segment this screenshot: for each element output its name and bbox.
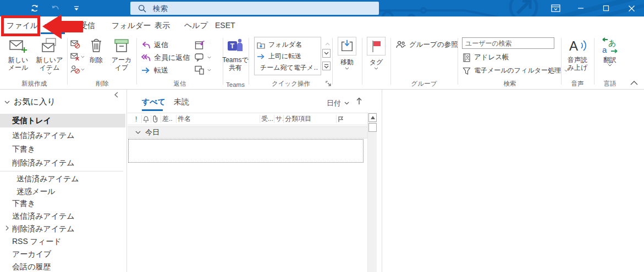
reply-all-icon bbox=[141, 53, 151, 63]
quick-steps-scroll-down[interactable] bbox=[322, 49, 331, 58]
forward-button[interactable]: 転送 bbox=[141, 65, 168, 75]
sidebar-item-deleted[interactable]: 削除済みアイテム bbox=[0, 156, 125, 170]
quick-access-toolbar bbox=[29, 0, 82, 16]
group-label-teams: Teams bbox=[224, 81, 247, 88]
sort-ascending-icon[interactable] bbox=[355, 97, 363, 106]
favorites-header[interactable]: お気に入り bbox=[4, 97, 56, 107]
ignore-button[interactable] bbox=[70, 38, 85, 49]
email-filter-button[interactable]: 電子メールのフィルター処理 bbox=[463, 66, 568, 75]
empty-selection-focus-rect[interactable] bbox=[128, 139, 364, 163]
minimize-button[interactable] bbox=[568, 0, 593, 16]
quick-steps-more[interactable] bbox=[322, 62, 331, 70]
search-box[interactable] bbox=[130, 2, 379, 15]
new-items-button[interactable]: 新しいアイテム bbox=[34, 37, 65, 75]
delete-button[interactable]: 削除 bbox=[85, 37, 108, 64]
search-people-input[interactable] bbox=[462, 37, 554, 49]
archive-button[interactable]: アーカイブ bbox=[109, 37, 134, 72]
group-label-groups: グループ bbox=[392, 80, 456, 88]
chevron-down-icon bbox=[374, 67, 378, 70]
sort-by-date-button[interactable]: 日付 bbox=[327, 98, 349, 108]
cleanup-button[interactable] bbox=[70, 51, 85, 62]
ribbon-group-speech: A 音声読み上げ 音声 bbox=[562, 36, 593, 90]
sidebar-item-sent-2[interactable]: 送信済みアイテム bbox=[0, 172, 125, 186]
tab-eset[interactable]: ESET bbox=[215, 21, 235, 30]
tab-help[interactable]: ヘルプ bbox=[184, 21, 208, 31]
sidebar-item-archive[interactable]: アーカイブ bbox=[0, 247, 125, 261]
sidebar-item-conversation-history[interactable]: 会話の履歴 bbox=[0, 260, 125, 272]
undo-icon[interactable] bbox=[49, 2, 62, 15]
sidebar-item-inbox[interactable]: 受信トレイ bbox=[0, 114, 125, 127]
chevron-down-icon bbox=[81, 68, 85, 71]
quick-steps-scroll-up[interactable] bbox=[323, 38, 331, 46]
group-label-delete: 削除 bbox=[69, 80, 135, 88]
column-categories[interactable]: 分類項目 bbox=[284, 115, 337, 123]
ribbon-group-new: 新しいメール 新しいアイテム 新規作成 bbox=[3, 36, 65, 90]
read-aloud-button[interactable]: A 音声読み上げ bbox=[563, 37, 592, 72]
junk-button[interactable] bbox=[70, 64, 85, 75]
tab-all-mail[interactable]: すべて bbox=[142, 97, 166, 107]
tab-folder[interactable]: フォルダー bbox=[112, 21, 151, 31]
browse-groups-button[interactable]: グループの参照 bbox=[396, 40, 458, 49]
column-importance[interactable]: ! bbox=[134, 115, 142, 123]
new-items-icon bbox=[41, 37, 58, 54]
column-subject[interactable]: 件名 bbox=[177, 115, 260, 123]
chevron-down-icon bbox=[135, 131, 141, 134]
quick-step-forward-boss[interactable]: 上司に転送 bbox=[257, 51, 318, 62]
translate-button[interactable]: あ a 翻訳 bbox=[597, 37, 623, 66]
move-button[interactable] bbox=[338, 37, 356, 55]
quick-step-folder[interactable]: フォルダ名 bbox=[257, 39, 318, 51]
message-list-scrollbar[interactable] bbox=[367, 113, 377, 272]
ribbon-group-move: 移動 bbox=[333, 36, 361, 90]
column-received[interactable]: 受... bbox=[260, 115, 274, 123]
sidebar-item-deleted-2[interactable]: 削除済みアイテム bbox=[0, 222, 125, 236]
close-button[interactable] bbox=[619, 0, 644, 16]
tab-home[interactable]: ホーム bbox=[44, 21, 68, 31]
tags-label: タグ bbox=[363, 58, 389, 67]
address-book-button[interactable]: アドレス帳 bbox=[463, 53, 509, 62]
reply-all-button[interactable]: 全員に返信 bbox=[141, 53, 190, 63]
group-header-today[interactable]: 今日 bbox=[128, 126, 367, 138]
sidebar-item-drafts[interactable]: 下書き bbox=[0, 142, 125, 156]
collapse-folder-pane-icon[interactable] bbox=[114, 92, 118, 98]
column-reminder[interactable] bbox=[142, 115, 151, 123]
sidebar-item-sent-3[interactable]: 送信済みアイテム bbox=[0, 209, 125, 223]
sidebar-item-drafts-2[interactable]: 下書き bbox=[0, 197, 125, 210]
maximize-button[interactable] bbox=[593, 0, 619, 16]
quick-step-team-email[interactable]: チーム宛て電子メ… bbox=[257, 62, 318, 74]
sidebar-item-sent[interactable]: 送信済みアイテム bbox=[0, 129, 125, 142]
window-controls bbox=[543, 0, 644, 16]
tab-send-receive[interactable]: 送受信 bbox=[72, 21, 95, 31]
share-to-teams-button[interactable]: T Teamsで共有 bbox=[221, 37, 250, 72]
search-input[interactable] bbox=[153, 4, 351, 13]
chevron-down-icon bbox=[47, 72, 52, 75]
im-button[interactable] bbox=[195, 53, 211, 62]
scrollbar-up-button[interactable] bbox=[368, 113, 377, 122]
flag-outline-icon bbox=[338, 116, 344, 123]
quick-steps-dialog-launcher-icon[interactable] bbox=[326, 81, 331, 86]
scrollbar-thumb[interactable] bbox=[368, 123, 377, 132]
column-size[interactable]: サ. bbox=[274, 115, 284, 123]
column-flag[interactable] bbox=[337, 115, 359, 123]
customize-quick-access-icon[interactable] bbox=[70, 2, 82, 15]
send-receive-icon[interactable] bbox=[29, 2, 41, 15]
tags-button[interactable] bbox=[367, 37, 386, 55]
more-respond-button[interactable] bbox=[195, 65, 211, 75]
reply-button[interactable]: 返信 bbox=[141, 40, 168, 50]
read-aloud-icon: A bbox=[568, 37, 587, 54]
paperclip-icon bbox=[152, 115, 158, 123]
content-area: お気に入り 受信トレイ 送信済みアイテム 下書き 削除済みアイテム 送信済みアイ… bbox=[0, 90, 644, 272]
column-attachment[interactable] bbox=[151, 115, 161, 123]
tab-view[interactable]: 表示 bbox=[155, 21, 170, 31]
ribbon-group-tags: タグ bbox=[363, 36, 389, 90]
new-mail-button[interactable]: 新しいメール bbox=[3, 37, 33, 72]
sidebar-item-rss[interactable]: RSS フィード bbox=[0, 235, 125, 248]
svg-text:A: A bbox=[569, 38, 578, 53]
tab-unread-mail[interactable]: 未読 bbox=[174, 97, 189, 107]
folder-pane-divider[interactable] bbox=[126, 90, 127, 272]
ribbon-group-find: アドレス帳 電子メールのフィルター処理 検索 bbox=[460, 36, 560, 90]
ribbon-display-options-button[interactable] bbox=[543, 0, 568, 16]
collapse-ribbon-icon[interactable] bbox=[630, 80, 638, 85]
meeting-button[interactable] bbox=[195, 40, 205, 50]
devices-icon bbox=[195, 65, 204, 75]
column-from[interactable]: 差.. bbox=[161, 115, 177, 123]
